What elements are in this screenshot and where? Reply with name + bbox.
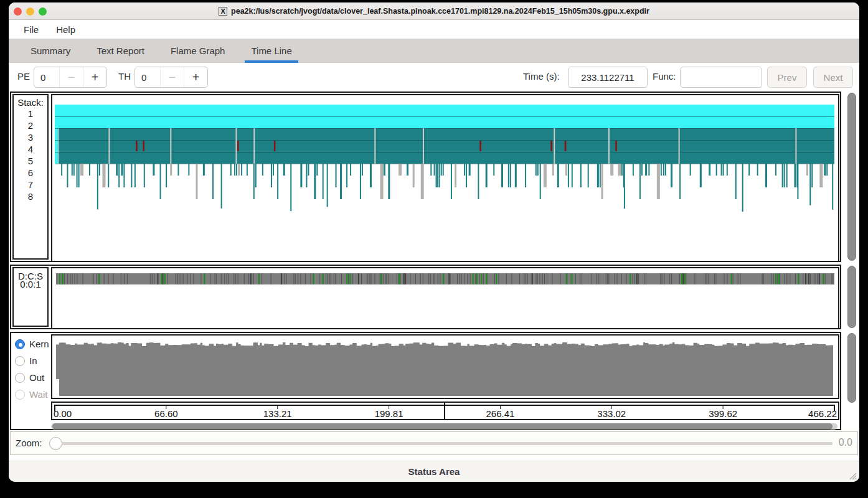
tab-time-line[interactable]: Time Line [245,39,298,63]
svg-text:199.81: 199.81 [375,408,403,419]
th-spinner[interactable]: 0 − + [134,67,208,88]
timeline-hscrollbar-thumb[interactable] [52,423,833,430]
zoom-slider-track[interactable] [62,442,833,445]
radio-out-circle-icon[interactable] [15,373,25,383]
stack-level-6: 6 [14,167,47,179]
svg-text:266.41: 266.41 [486,408,514,419]
stack-level-3: 3 [14,131,47,143]
timeline-hscrollbar[interactable] [51,423,837,430]
time-label: Time (s): [523,71,560,82]
dcs-vscrollbar-thumb[interactable] [847,266,856,328]
th-value[interactable]: 0 [135,67,160,87]
toolbar: PE 0 − + TH 0 − + Time (s): Func: Prev N… [9,63,859,92]
dcs-label-box: D:C:S 0:0:1 [12,267,49,327]
zoom-slider-handle[interactable] [49,437,62,450]
app-window: X pea2k:/lus/scratch/jvogt/data/clover_l… [9,2,859,482]
next-button[interactable]: Next [813,67,853,88]
pe-value[interactable]: 0 [34,67,59,87]
tab-text-report[interactable]: Text Report [90,39,151,63]
time-axis[interactable]: 0.0066.60133.21199.81266.41333.02399.624… [51,402,839,420]
pe-decrement-button[interactable]: − [59,67,83,87]
stack-level-4: 4 [14,143,47,155]
status-text: Status Area [408,466,460,477]
stack-section: Stack: 1 2 3 4 5 6 7 8 [10,92,841,262]
th-label: TH [118,71,131,82]
pe-label: PE [17,71,30,82]
kern-vscrollbar[interactable] [847,333,857,403]
radio-wait-circle-icon[interactable] [15,390,25,400]
svg-text:66.60: 66.60 [154,408,178,419]
radio-out[interactable]: Out [15,369,49,386]
pe-spinner[interactable]: 0 − + [34,67,107,88]
th-increment-button[interactable]: + [184,67,207,87]
stack-label-box: Stack: 1 2 3 4 5 6 7 8 [12,94,49,260]
kern-section: Kern In Out Wait 0.0066.60133.21199.8126… [10,332,841,430]
radio-in-circle-icon[interactable] [15,356,25,366]
radio-kern-circle-icon[interactable] [15,339,25,349]
dcs-section: D:C:S 0:0:1 [10,265,841,329]
stack-vscrollbar[interactable] [847,93,857,261]
pe-increment-button[interactable]: + [83,67,106,87]
zoom-value: 0.0 [839,437,852,448]
zoom-label: Zoom: [16,438,42,448]
tab-flame-graph[interactable]: Flame Graph [164,39,232,63]
func-input[interactable] [680,67,762,88]
stack-level-5: 5 [14,155,47,167]
radio-wait-label: Wait [29,389,47,400]
func-label: Func: [653,71,676,82]
stack-vscrollbar-thumb[interactable] [847,93,856,261]
stack-level-7: 7 [14,179,47,190]
stack-timeline-chart[interactable] [51,94,839,262]
radio-in-label: In [29,355,37,366]
svg-text:0.00: 0.00 [54,408,72,419]
radio-kern[interactable]: Kern [15,336,49,352]
window-title: pea2k:/lus/scratch/jvogt/data/clover_lea… [231,7,649,16]
dcs-id-label: 0:0:1 [14,280,47,289]
dcs-timeline-chart[interactable] [51,267,839,329]
menubar: File Help [9,20,859,39]
menu-help[interactable]: Help [47,24,84,35]
tab-summary[interactable]: Summary [24,39,77,63]
resize-grip-icon[interactable] [848,471,857,480]
title-wrap: X pea2k:/lus/scratch/jvogt/data/clover_l… [9,2,859,20]
time-input[interactable] [568,67,648,88]
stack-level-8: 8 [14,190,47,202]
radio-kern-label: Kern [29,339,49,349]
x11-app-icon: X [219,7,227,16]
zoom-bar: Zoom: 0.0 [10,431,858,455]
stack-level-2: 2 [14,120,47,131]
svg-text:333.02: 333.02 [597,408,626,419]
svg-text:399.62: 399.62 [709,408,737,419]
stack-label: Stack: [14,97,47,108]
tabbar: Summary Text Report Flame Graph Time Lin… [9,39,859,63]
radio-in[interactable]: In [15,352,49,369]
titlebar: X pea2k:/lus/scratch/jvogt/data/clover_l… [9,2,859,20]
kern-timeline-chart[interactable] [51,334,839,399]
prev-button[interactable]: Prev [767,67,807,88]
kern-radio-group: Kern In Out Wait [15,336,49,403]
kern-vscrollbar-thumb[interactable] [847,333,856,403]
svg-text:466.22: 466.22 [808,408,837,419]
status-bar: Status Area [9,461,859,482]
radio-wait[interactable]: Wait [15,386,49,403]
svg-text:133.21: 133.21 [263,408,292,419]
dcs-vscrollbar[interactable] [847,266,857,328]
menu-file[interactable]: File [15,24,47,35]
stack-level-1: 1 [14,108,47,120]
radio-out-label: Out [29,372,44,383]
th-decrement-button[interactable]: − [160,67,184,87]
